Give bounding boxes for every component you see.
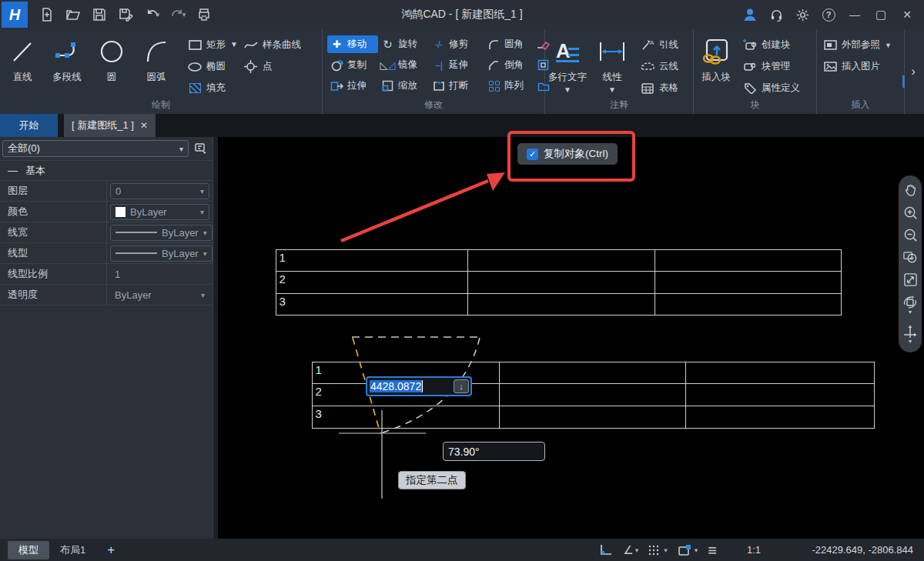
xref-caret-icon[interactable]: ▼ bbox=[885, 42, 892, 49]
lineweight-sample bbox=[116, 232, 157, 233]
ribbon-button-leader[interactable]: A 引线 bbox=[638, 35, 681, 55]
xref-icon bbox=[824, 40, 837, 50]
ribbon-button-line[interactable]: 直线 bbox=[0, 34, 45, 84]
status-menu-button[interactable]: ≡ bbox=[708, 545, 717, 556]
minimize-button[interactable]: — bbox=[842, 3, 867, 26]
quick-access-toolbar: ▾ ▾ bbox=[35, 4, 216, 25]
properties-section-basic[interactable]: — 基本 bbox=[0, 160, 213, 181]
linear-dim-caret-icon[interactable]: ▼ bbox=[608, 87, 616, 93]
help-button[interactable]: ? bbox=[816, 3, 841, 26]
save-as-button[interactable] bbox=[114, 4, 137, 25]
caret-down-icon: ▾ bbox=[203, 229, 207, 237]
ribbon-button-revcloud[interactable]: 云线 bbox=[638, 57, 681, 76]
undo-button[interactable]: ▾ bbox=[140, 4, 163, 25]
new-file-button[interactable] bbox=[35, 4, 59, 25]
ribbon-button-rectangle[interactable]: 矩形 bbox=[185, 35, 229, 55]
object-snap-toggle[interactable]: ▾ bbox=[678, 544, 698, 556]
ribbon-button-table[interactable]: 表格 bbox=[638, 78, 681, 98]
layer-dropdown[interactable]: 0 ▾ bbox=[110, 183, 209, 199]
zoom-in-button[interactable] bbox=[901, 203, 919, 222]
zoom-out-button[interactable] bbox=[901, 225, 919, 244]
tab-layout1[interactable]: 布局1 bbox=[49, 541, 96, 559]
tab-close-icon[interactable]: ✕ bbox=[140, 120, 148, 131]
ribbon-button-insert-block[interactable]: 插入块 bbox=[694, 34, 738, 84]
print-button[interactable] bbox=[192, 4, 216, 25]
dynamic-length-input[interactable]: 4428.0872 ↓ bbox=[366, 376, 472, 396]
selection-filter-dropdown[interactable]: 全部(0) ▾ bbox=[2, 140, 189, 157]
account-button[interactable] bbox=[738, 3, 762, 26]
ribbon-button-attr-define[interactable]: 属性定义 bbox=[740, 78, 803, 98]
ltscale-field[interactable]: 1 bbox=[110, 266, 209, 282]
ortho-toggle[interactable] bbox=[599, 544, 613, 556]
orbit-caret-icon[interactable]: ▾ bbox=[909, 310, 912, 315]
ribbon-button-extend[interactable]: --| 延伸 bbox=[429, 56, 484, 74]
zoom-extents-button[interactable] bbox=[901, 270, 919, 289]
color-dropdown[interactable]: ByLayer ▾ bbox=[110, 204, 209, 220]
copy-object-checkbox[interactable]: ✓ bbox=[527, 149, 538, 160]
mtext-caret-icon[interactable]: ▼ bbox=[564, 87, 571, 93]
dynamic-length-value[interactable]: 4428.0872 bbox=[370, 380, 423, 392]
axes-caret-icon[interactable]: ▾ bbox=[909, 339, 912, 344]
pan-button[interactable] bbox=[901, 181, 919, 199]
ribbon-button-hatch[interactable]: 填充 bbox=[185, 78, 229, 98]
tab-start[interactable]: 开始 bbox=[0, 114, 58, 137]
ribbon-button-ellipse[interactable]: 椭圆 bbox=[185, 57, 229, 76]
ribbon-button-break[interactable]: 打断 bbox=[429, 77, 484, 95]
ribbon-button-xref[interactable]: 外部参照 ▼ bbox=[820, 35, 895, 55]
ribbon-button-create-block[interactable]: 创建块 bbox=[740, 35, 803, 55]
add-layout-button[interactable]: + bbox=[96, 543, 126, 558]
close-button[interactable]: ✕ bbox=[895, 3, 919, 26]
ribbon-button-point[interactable]: 点 bbox=[241, 57, 304, 76]
ribbon-button-insert-image[interactable]: 插入图片 bbox=[820, 57, 895, 76]
ribbon-button-mirror[interactable]: ◺◿ 镜像 bbox=[378, 56, 429, 74]
ribbon-button-block-manager[interactable]: 块管理 bbox=[740, 57, 803, 76]
support-button[interactable] bbox=[764, 3, 788, 26]
ribbon-button-trim[interactable]: -/- 修剪 bbox=[429, 35, 484, 53]
redo-button[interactable]: ▾ bbox=[166, 4, 189, 25]
ribbon-button-copy[interactable]: 复制 bbox=[327, 56, 378, 74]
ribbon-button-stretch[interactable]: 拉伸 bbox=[327, 77, 378, 95]
collapse-icon[interactable]: — bbox=[8, 165, 18, 176]
annotation-scale[interactable]: 1:1 bbox=[747, 544, 761, 556]
ribbon-button-move[interactable]: ✚ 移动 bbox=[327, 35, 378, 53]
orbit-button[interactable]: ▾ bbox=[901, 292, 919, 317]
ribbon-group-insert: 外部参照 ▼ 插入图片 插入 bbox=[817, 29, 905, 114]
ribbon-button-linear-dim[interactable]: 线性 ▼ bbox=[590, 34, 634, 93]
tab-document[interactable]: [ 新建图纸_1 ] ✕ bbox=[64, 114, 156, 137]
quick-select-button[interactable] bbox=[192, 140, 210, 157]
linetype-dropdown[interactable]: ByLayer ▾ bbox=[110, 245, 213, 262]
caret-down-icon: ▾ bbox=[200, 187, 204, 195]
redo-caret-icon[interactable]: ▾ bbox=[182, 11, 186, 18]
draw-more-caret-icon[interactable]: ▼ bbox=[229, 34, 239, 48]
app-logo[interactable]: H bbox=[2, 2, 28, 28]
ribbon-button-scale[interactable]: 缩放 bbox=[378, 77, 429, 95]
drawing-canvas[interactable]: 1 2 3 1 2 3 ✓ 复制对象(Ctrl) 4428.0872 ↓ bbox=[218, 137, 924, 539]
open-file-button[interactable] bbox=[62, 4, 85, 25]
ribbon-button-spline[interactable]: 样条曲线 bbox=[241, 35, 304, 55]
snap-grid-toggle[interactable]: ▾ bbox=[648, 544, 668, 556]
dynamic-angle-input[interactable]: 73.90° bbox=[443, 442, 545, 461]
hatch-icon bbox=[189, 83, 201, 93]
maximize-button[interactable]: ▢ bbox=[869, 3, 893, 26]
ribbon-button-array[interactable]: 阵列 bbox=[484, 77, 534, 95]
ribbon-button-polyline[interactable]: 多段线 bbox=[45, 34, 89, 84]
save-as-icon bbox=[118, 7, 133, 22]
ribbon-button-arc[interactable]: 圆弧 bbox=[134, 34, 179, 84]
ribbon-expand-button[interactable]: › bbox=[905, 29, 922, 114]
zoom-window-button[interactable] bbox=[901, 248, 919, 266]
polar-tracking-toggle[interactable]: ∠ ▾ bbox=[623, 543, 638, 557]
settings-button[interactable] bbox=[790, 3, 815, 26]
undo-caret-icon[interactable]: ▾ bbox=[156, 11, 160, 18]
ribbon-button-mtext[interactable]: A 多行文字 ▼ bbox=[545, 34, 590, 93]
ribbon-button-fillet[interactable]: 圆角 bbox=[484, 35, 534, 53]
lineweight-dropdown[interactable]: ByLayer ▾ bbox=[110, 225, 213, 241]
stretch-icon bbox=[330, 81, 343, 92]
ribbon-button-circle[interactable]: 圆 bbox=[89, 34, 134, 84]
free-move-button[interactable]: ▾ bbox=[901, 321, 919, 347]
transparency-dropdown[interactable]: ByLayer ▾ bbox=[110, 287, 209, 303]
ribbon-button-chamfer[interactable]: 倒角 bbox=[484, 56, 534, 74]
tab-model-space[interactable]: 模型 bbox=[8, 541, 49, 559]
input-history-button[interactable]: ↓ bbox=[454, 379, 469, 393]
save-button[interactable] bbox=[88, 4, 111, 25]
ribbon-button-rotate[interactable]: ↻ 旋转 bbox=[378, 35, 429, 53]
